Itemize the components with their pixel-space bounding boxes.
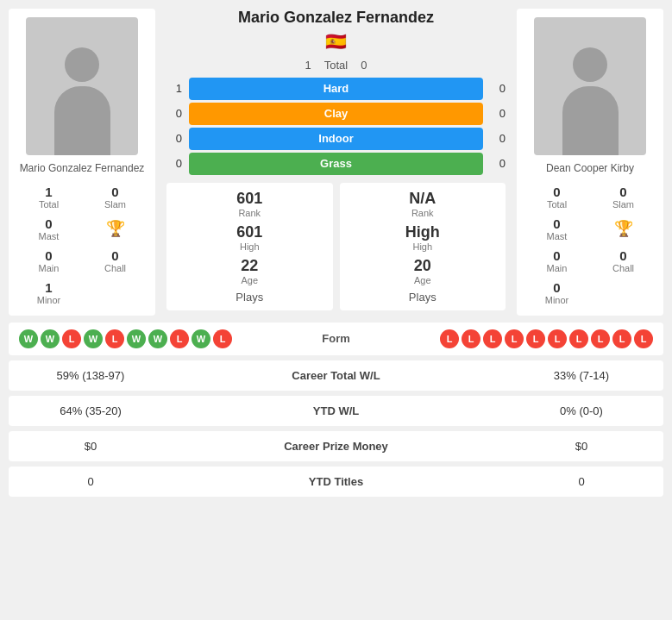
- player1-total-val: 1: [19, 185, 79, 199]
- clay-left: 0: [166, 107, 182, 120]
- indoor-button[interactable]: Indoor: [189, 128, 483, 150]
- player1-minor-val: 1: [19, 280, 79, 295]
- player1-mast-label: Mast: [19, 231, 79, 241]
- total-row: 1 Total 0: [305, 59, 367, 72]
- player2-mast-stat: 0 Mast: [525, 215, 588, 243]
- stats-label-0: Career Total W/L: [160, 369, 512, 382]
- player2-main-label: Main: [527, 263, 587, 273]
- player1-main-label: Main: [19, 263, 79, 273]
- stats-label-3: YTD Titles: [160, 475, 512, 488]
- p2-age-box: 20 Age: [347, 257, 499, 285]
- stats-label-2: Career Prize Money: [160, 440, 512, 453]
- player1-name: Mario Gonzalez Fernandez: [20, 162, 145, 176]
- stats-right-2: $0: [512, 440, 650, 453]
- stats-right-0: 33% (7-14): [512, 369, 650, 382]
- form-badge: W: [148, 329, 167, 348]
- stats-left-0: 59% (138-97): [22, 369, 160, 382]
- p2-plays-box: Plays: [347, 291, 499, 304]
- p2-plays-val: Plays: [347, 291, 499, 304]
- player1-slam-stat: 0 Slam: [84, 183, 147, 211]
- player1-flag: 🇪🇸: [325, 31, 347, 52]
- player2-card: Dean Cooper Kirby 0 Total 0 Slam 0 Mast …: [517, 9, 663, 316]
- trophy-cell-right: 🏆: [592, 215, 655, 243]
- form-badge: L: [170, 329, 189, 348]
- form-badge: W: [192, 329, 210, 348]
- player2-total-label: Total: [527, 199, 587, 210]
- player-comparison: Mario Gonzalez Fernandez 1 Total 0 Slam …: [9, 9, 663, 316]
- p2-age-val: 20: [347, 257, 499, 275]
- player1-chall-label: Chall: [85, 263, 145, 273]
- stats-row: $0 Career Prize Money $0: [9, 431, 663, 461]
- player2-slam-val: 0: [593, 185, 653, 199]
- p1-rank-box: 601 Rank: [173, 190, 326, 218]
- player1-minor-stat: 1 Minor: [17, 279, 80, 307]
- player2-minor-val: 0: [527, 280, 587, 295]
- player2-body: [562, 86, 619, 155]
- clay-button[interactable]: Clay: [189, 103, 483, 125]
- stats-left-2: $0: [22, 440, 160, 453]
- player2-stats-box: N/A Rank High High 20 Age Plays: [340, 183, 506, 310]
- player2-minor-stat: 0 Minor: [525, 279, 588, 307]
- p1-rank-label: Rank: [173, 208, 326, 218]
- stats-right-1: 0% (0-0): [512, 404, 650, 417]
- form-badge: L: [634, 329, 653, 348]
- player2-form-badges: LLLLLLLLLL: [440, 329, 653, 348]
- stats-left-3: 0: [22, 475, 160, 488]
- clay-row: 0 Clay 0: [166, 103, 506, 125]
- p1-high-val: 601: [173, 223, 326, 241]
- player1-chall-stat: 0 Chall: [84, 247, 147, 275]
- player2-name: Dean Cooper Kirby: [546, 162, 634, 176]
- hard-right: 0: [490, 82, 506, 95]
- p1-plays-val: Plays: [173, 291, 326, 304]
- form-label: Form: [322, 332, 350, 345]
- p2-rank-box: N/A Rank: [347, 190, 499, 218]
- p2-rank-label: Rank: [347, 208, 499, 218]
- player2-slam-label: Slam: [593, 199, 653, 210]
- form-badge: L: [213, 329, 232, 348]
- form-badge: W: [41, 329, 60, 348]
- form-badge: W: [84, 329, 103, 348]
- player2-head: [573, 47, 607, 82]
- clay-right: 0: [490, 107, 506, 120]
- player1-slam-val: 0: [85, 185, 145, 199]
- p1-age-val: 22: [173, 257, 326, 275]
- player2-slam-stat: 0 Slam: [592, 183, 655, 211]
- player2-main-stat: 0 Main: [525, 247, 588, 275]
- player2-chall-stat: 0 Chall: [592, 247, 655, 275]
- player1-head: [65, 47, 99, 82]
- total-center-label: Total: [324, 59, 348, 72]
- p1-high-label: High: [173, 241, 326, 252]
- total-left: 1: [305, 59, 311, 72]
- player1-name-top: Mario Gonzalez Fernandez: [238, 9, 434, 28]
- grass-right: 0: [490, 157, 506, 170]
- form-badge: L: [569, 329, 588, 348]
- player2-avatar: [534, 17, 646, 155]
- player1-stats-box: 601 Rank 601 High 22 Age Plays: [166, 183, 333, 310]
- hard-button[interactable]: Hard: [189, 78, 483, 100]
- stats-left-1: 64% (35-20): [22, 404, 160, 417]
- player1-main-stat: 0 Main: [17, 247, 80, 275]
- player2-main-val: 0: [527, 248, 587, 263]
- player2-chall-val: 0: [593, 248, 653, 263]
- indoor-row: 0 Indoor 0: [166, 128, 506, 150]
- total-right: 0: [361, 59, 367, 72]
- player2-mast-val: 0: [527, 216, 587, 231]
- player1-mast-val: 0: [19, 216, 79, 231]
- form-badge: L: [591, 329, 610, 348]
- form-badge: W: [19, 329, 38, 348]
- grass-row: 0 Grass 0: [166, 153, 506, 175]
- player2-total-val: 0: [527, 185, 587, 199]
- grass-button[interactable]: Grass: [189, 153, 483, 175]
- player1-avatar: [26, 17, 138, 155]
- trophy-cell: 🏆: [84, 215, 147, 243]
- player1-mast-stat: 0 Mast: [17, 215, 80, 243]
- player2-mast-label: Mast: [527, 231, 587, 241]
- player1-chall-val: 0: [85, 248, 145, 263]
- player1-main-val: 0: [19, 248, 79, 263]
- player1-body: [54, 86, 110, 155]
- p1-plays-box: Plays: [173, 291, 326, 304]
- p1-rank-val: 601: [173, 190, 326, 208]
- form-badge: L: [105, 329, 124, 348]
- grass-left: 0: [166, 157, 182, 170]
- form-badge: L: [548, 329, 567, 348]
